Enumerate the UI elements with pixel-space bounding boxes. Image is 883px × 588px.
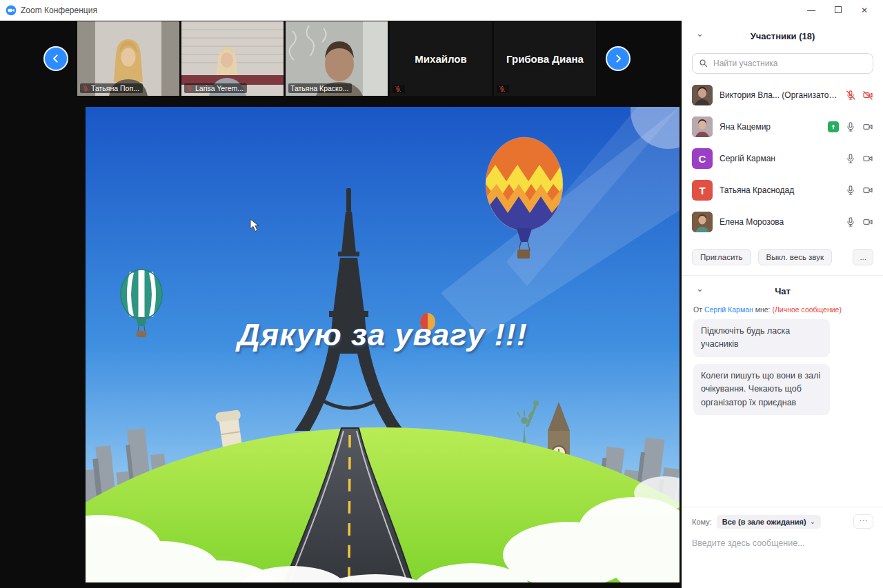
tile-name-label: Larisa Yerem... [184,83,247,93]
chat-panel: ⌄ Чат От Сергій Карман мне: (Личное сооб… [682,276,883,588]
participant-name: Виктория Вла... (Организатор, я) [720,90,838,100]
next-participants-button[interactable] [606,46,631,71]
participant-search [692,53,873,74]
recipient-dropdown[interactable]: Все (в зале ожидания) ⌄ [717,515,821,529]
camera-icon[interactable] [862,216,873,227]
participant-row[interactable]: Елена Морозова [682,206,883,238]
camera-icon[interactable] [862,185,873,196]
avatar-photo [692,85,713,105]
mute-all-button[interactable]: Выкл. весь звук [758,249,832,265]
chat-header: ⌄ Чат [682,276,883,300]
side-panel: ⌄ Участники (18) Виктория Вла... (Органи… [682,21,883,588]
camera-off-icon[interactable] [862,90,873,101]
maximize-button[interactable] [835,6,842,14]
meeting-stage: Татьяна Поп... [0,21,682,588]
screen-share-badge [828,121,839,132]
avatar-photo [692,212,713,232]
mic-icon[interactable] [845,153,856,164]
mic-icon[interactable] [845,185,856,196]
participant-row[interactable]: Виктория Вла... (Организатор, я) [682,79,883,111]
chat-bubble: Підключіть будь ласка учасників [693,319,830,357]
to-label: Кому: [692,518,712,526]
video-tile[interactable]: Грибова Диана [494,21,596,96]
muted-mic-icon [499,85,506,92]
share-arrow-icon [830,123,837,130]
avatar [692,116,713,137]
chat-message-input[interactable] [692,538,873,548]
collapse-chat-icon[interactable]: ⌄ [696,283,704,294]
close-button[interactable]: ✕ [861,6,868,14]
video-tile[interactable]: Larisa Yerem... [181,21,284,96]
zoom-window: Zoom Конференция — ✕ [0,0,883,588]
participants-title: Участники (18) [751,31,815,41]
window-title: Zoom Конференция [21,6,807,15]
zoom-app-icon [6,5,17,16]
participants-header: ⌄ Участники (18) [682,21,883,45]
recipient-value: Все (в зале ожидания) [722,518,806,526]
mouse-cursor [250,219,260,232]
participant-name: Грибова Диана [506,53,584,65]
video-tile[interactable]: Михайлов [390,21,492,96]
muted-mic-icon [186,85,193,92]
avatar-photo [692,116,713,137]
participant-row[interactable]: Т Татьяна Краснодад [682,174,883,206]
video-tile[interactable]: Татьяна Краско... [286,21,388,96]
private-message-tag: (Личное сообщение) [772,305,842,314]
avatar [692,85,713,105]
chevron-left-icon [50,53,61,64]
participants-list: Виктория Вла... (Организатор, я) Яна Кац… [682,77,883,238]
participant-row[interactable]: Яна Кацемир [682,111,883,143]
shared-screen-slide: Дякую за увагу !!! [86,107,679,582]
chevron-right-icon [613,53,624,64]
slide-title: Дякую за увагу !!! [86,317,679,353]
collapse-participants-icon[interactable]: ⌄ [696,28,704,39]
from-label: От [693,305,702,314]
chat-bubble: Колеги пишуть що вони в залі очікування.… [693,364,830,415]
participant-name: Михайлов [415,53,466,65]
sender-name-link[interactable]: Сергій Карман [704,305,753,314]
search-input[interactable] [692,53,873,74]
muted-mic-icon [82,85,89,92]
tile-mute-indicator [393,85,405,93]
participant-name: Яна Кацемир [720,122,821,132]
tile-name-label: Татьяна Краско... [288,83,352,93]
participant-row[interactable]: С Сергій Карман [682,143,883,174]
minimize-button[interactable]: — [807,6,815,14]
tile-mute-indicator [497,85,509,93]
search-icon [698,58,708,68]
chat-title: Чат [775,286,791,296]
mic-icon[interactable] [845,121,856,132]
avatar-initial: С [692,148,713,169]
chat-message-meta: От Сергій Карман мне: (Личное сообщение) [682,300,883,315]
chat-compose: Кому: Все (в зале ожидания) ⌄ ⋯ [682,507,883,588]
direction-label: мне: [755,305,771,314]
video-tile[interactable]: Татьяна Поп... [77,21,179,96]
chat-messages[interactable]: Підключіть будь ласка учасників Колеги п… [682,315,883,507]
camera-icon[interactable] [862,153,873,164]
camera-icon[interactable] [862,121,873,132]
participants-more-button[interactable]: ... [853,249,873,265]
mic-muted-icon[interactable] [845,90,856,101]
participants-actions: Пригласить Выкл. весь звук ... [682,238,883,275]
mic-icon[interactable] [845,216,856,227]
participant-name: Сергій Карман [720,154,838,163]
video-strip: Татьяна Поп... [0,21,682,97]
chat-more-button[interactable]: ⋯ [853,514,873,529]
maximize-icon [835,6,842,13]
participant-name: Татьяна Краснодад [720,185,838,195]
tile-name-label: Татьяна Поп... [80,83,143,93]
participant-name: Елена Морозова [720,217,838,227]
previous-participants-button[interactable] [43,46,68,71]
title-bar: Zoom Конференция — ✕ [0,0,883,21]
avatar-initial: Т [692,180,713,201]
avatar [692,212,713,232]
invite-button[interactable]: Пригласить [692,249,751,265]
muted-mic-icon [395,85,401,92]
chevron-down-icon: ⌄ [810,518,815,525]
avatar-letter: Т [699,185,705,196]
avatar-letter: С [699,153,706,165]
